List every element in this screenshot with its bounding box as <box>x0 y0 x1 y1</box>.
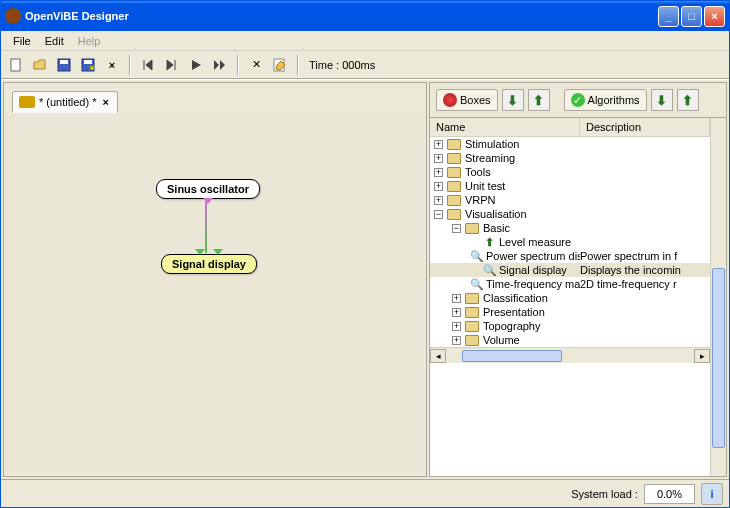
maximize-button[interactable]: □ <box>681 6 702 27</box>
expand-icon[interactable]: + <box>434 182 443 191</box>
expand-icon[interactable]: + <box>452 294 461 303</box>
expand-button[interactable]: ⬆ <box>528 89 550 111</box>
tree-row[interactable]: +Topography <box>430 319 710 333</box>
system-load-label: System load : <box>571 488 638 500</box>
folder-icon <box>465 307 479 318</box>
node-sinus-oscillator[interactable]: Sinus oscillator <box>156 179 260 199</box>
menu-file[interactable]: File <box>7 33 37 49</box>
expand-icon[interactable]: + <box>452 322 461 331</box>
fastforward-button[interactable] <box>209 54 231 76</box>
tree-row[interactable]: −Visualisation <box>430 207 710 221</box>
saveas-button[interactable] <box>77 54 99 76</box>
expand-button[interactable]: ⬆ <box>677 89 699 111</box>
app-window: OpenViBE Designer _ □ × File Edit Help ×… <box>0 0 730 508</box>
tree-row[interactable]: +Tools <box>430 165 710 179</box>
panel-tabs: Boxes ⬇ ⬆ ✓ Algorithms ⬇ ⬆ <box>430 83 726 117</box>
step-button[interactable] <box>161 54 183 76</box>
input-port[interactable] <box>213 249 223 255</box>
canvas-panel[interactable]: * (untitled) * × Sinus oscillator Signal… <box>3 82 427 477</box>
tree-item-label: Volume <box>483 334 520 346</box>
col-desc[interactable]: Description <box>580 118 710 136</box>
expand-icon[interactable]: + <box>434 196 443 205</box>
tree-row[interactable]: 🔍Signal displayDisplays the incomin <box>430 263 710 277</box>
tree-item-desc: Displays the incomin <box>580 264 710 276</box>
expand-icon[interactable]: + <box>434 140 443 149</box>
tab-close-button[interactable]: × <box>100 96 110 108</box>
new-button[interactable] <box>5 54 27 76</box>
titlebar[interactable]: OpenViBE Designer _ □ × <box>1 1 729 31</box>
magnifier-icon: 🔍 <box>470 278 482 290</box>
separator <box>297 55 299 75</box>
arrow-up-icon: ⬆ <box>483 236 495 248</box>
menu-help[interactable]: Help <box>72 33 107 49</box>
input-port[interactable] <box>195 249 205 255</box>
open-button[interactable] <box>29 54 51 76</box>
tree-row[interactable]: +Volume <box>430 333 710 347</box>
tree-row[interactable]: 🔍Power spectrum displayPower spectrum in… <box>430 249 710 263</box>
tools-button[interactable]: ✕ <box>245 54 267 76</box>
collapse-button[interactable]: ⬇ <box>651 89 673 111</box>
expand-icon[interactable]: + <box>452 308 461 317</box>
tree-item-label: Topography <box>483 320 541 332</box>
connection-wire[interactable] <box>205 201 207 253</box>
scroll-right-icon[interactable]: ▸ <box>694 349 710 363</box>
vertical-scrollbar[interactable] <box>710 118 726 476</box>
magnifier-icon: 🔍 <box>470 250 482 262</box>
menubar: File Edit Help <box>1 31 729 51</box>
canvas[interactable]: Sinus oscillator Signal display <box>6 111 424 474</box>
tree-row[interactable]: 🔍Time-frequency map dis2D time-frequency… <box>430 277 710 291</box>
app-icon <box>5 8 21 24</box>
expand-icon[interactable]: − <box>434 210 443 219</box>
play-button[interactable] <box>185 54 207 76</box>
tree-row[interactable]: +Classification <box>430 291 710 305</box>
rewind-button[interactable] <box>137 54 159 76</box>
tree-row[interactable]: +Stimulation <box>430 137 710 151</box>
save-button[interactable] <box>53 54 75 76</box>
tree-item-label: Level measure <box>499 236 571 248</box>
node-label: Sinus oscillator <box>167 183 249 195</box>
info-button[interactable]: i <box>701 483 723 505</box>
minimize-button[interactable]: _ <box>658 6 679 27</box>
folder-icon <box>447 195 461 206</box>
svg-rect-4 <box>84 60 92 64</box>
tree-row[interactable]: +Presentation <box>430 305 710 319</box>
check-icon: ✓ <box>571 93 585 107</box>
expand-icon[interactable]: + <box>434 168 443 177</box>
scroll-left-icon[interactable]: ◂ <box>430 349 446 363</box>
tree-item-label: Classification <box>483 292 548 304</box>
scroll-thumb[interactable] <box>712 268 725 448</box>
close-tab-button[interactable]: × <box>101 54 123 76</box>
edit-button[interactable] <box>269 54 291 76</box>
window-title: OpenViBE Designer <box>25 10 658 22</box>
horizontal-scrollbar[interactable]: ◂ ▸ <box>430 347 710 363</box>
tree-item-label: Signal display <box>499 264 567 276</box>
tree-item-label: Stimulation <box>465 138 519 150</box>
close-button[interactable]: × <box>704 6 725 27</box>
node-signal-display[interactable]: Signal display <box>161 254 257 274</box>
expand-icon[interactable]: + <box>434 154 443 163</box>
menu-edit[interactable]: Edit <box>39 33 70 49</box>
collapse-button[interactable]: ⬇ <box>502 89 524 111</box>
folder-icon <box>447 209 461 220</box>
side-panel: Boxes ⬇ ⬆ ✓ Algorithms ⬇ ⬆ Name Descript… <box>429 82 727 477</box>
scroll-thumb[interactable] <box>462 350 562 362</box>
tree-header: Name Description <box>430 118 710 137</box>
output-port[interactable] <box>203 198 213 204</box>
tree-row[interactable]: +VRPN <box>430 193 710 207</box>
tree-row[interactable]: +Unit test <box>430 179 710 193</box>
tree-view[interactable]: Name Description +Stimulation+Streaming+… <box>430 118 710 476</box>
col-name[interactable]: Name <box>430 118 580 136</box>
tab-boxes[interactable]: Boxes <box>436 89 498 111</box>
expand-icon[interactable]: − <box>452 224 461 233</box>
node-label: Signal display <box>172 258 246 270</box>
canvas-tab[interactable]: * (untitled) * × <box>12 91 118 113</box>
tree-row[interactable]: ⬆Level measure <box>430 235 710 249</box>
expand-icon[interactable]: + <box>452 336 461 345</box>
folder-icon <box>447 181 461 192</box>
tree-panel: Name Description +Stimulation+Streaming+… <box>430 117 726 476</box>
tab-algorithms[interactable]: ✓ Algorithms <box>564 89 647 111</box>
tab-label: Algorithms <box>588 94 640 106</box>
tree-row[interactable]: +Streaming <box>430 151 710 165</box>
time-label: Time : 000ms <box>309 59 375 71</box>
tree-row[interactable]: −Basic <box>430 221 710 235</box>
